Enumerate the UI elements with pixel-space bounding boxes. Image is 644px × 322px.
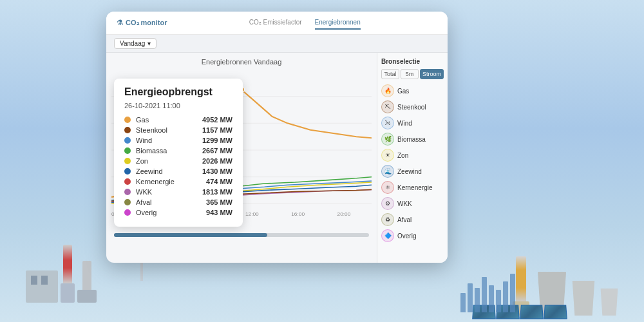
source-item[interactable]: 🌿 Biomassa: [381, 133, 444, 146]
tooltip-row: Biomassa 2667 MW: [124, 147, 232, 155]
source-label: Steenkool: [397, 104, 426, 111]
tooltip-dot: [124, 137, 131, 144]
tooltip-row: Gas 4952 MW: [124, 116, 232, 124]
tab-emissiefactor[interactable]: CO₂ Emissiefactor: [249, 16, 302, 30]
tooltip-dot: [124, 127, 131, 133]
side-tab-total[interactable]: Total: [381, 69, 399, 79]
time-slider[interactable]: [111, 233, 372, 237]
logo-icon: ⚗: [117, 19, 123, 27]
source-label: Zeewind: [397, 168, 422, 175]
tooltip-value: 1299 MW: [194, 137, 232, 144]
svg-text:16:00: 16:00: [291, 212, 305, 217]
source-item[interactable]: ♻ Afval: [381, 213, 444, 226]
tooltip-dot: [124, 158, 131, 164]
tooltip-row: Wind 1299 MW: [124, 137, 232, 144]
source-item[interactable]: 🔷 Overig: [381, 229, 444, 242]
source-label: WKK: [397, 200, 412, 207]
source-item[interactable]: ☀ Zon: [381, 149, 444, 162]
tooltip-dot: [124, 178, 131, 185]
source-label: Overig: [397, 232, 416, 240]
tooltip-label: Zeewind: [136, 167, 189, 175]
chevron-down-icon: ▾: [147, 40, 151, 47]
side-panel-tabs: Total 5m Stroom: [381, 69, 444, 79]
toolbar: Vandaag ▾: [106, 35, 448, 53]
source-icon: ⚙: [381, 197, 394, 210]
source-icon: 🌿: [381, 133, 394, 146]
side-tab-5m[interactable]: 5m: [401, 69, 419, 79]
tooltip-row: Zeewind 1430 MW: [124, 167, 232, 175]
source-item[interactable]: ⚛ Kernenergie: [381, 181, 444, 194]
source-item[interactable]: 🌬 Wind: [381, 117, 444, 129]
tooltip-row: Kernenergie 474 MW: [124, 178, 232, 185]
tooltip-label: Kernenergie: [136, 178, 189, 185]
side-tab-stroom[interactable]: Stroom: [420, 69, 444, 79]
app-tabs: CO₂ Emissiefactor Energiebronnen: [249, 16, 361, 30]
tooltip-value: 474 MW: [194, 178, 232, 185]
tooltip-value: 1430 MW: [194, 167, 232, 175]
source-label: Wind: [397, 120, 412, 127]
tooltip-value: 365 MW: [194, 198, 232, 206]
chart-title: Energiebronnen Vandaag: [111, 58, 372, 66]
source-label: Biomassa: [397, 136, 426, 143]
svg-text:12:00: 12:00: [245, 212, 259, 217]
tooltip-popup: Energieopbrengst 26-10-2021 11:00 Gas 49…: [114, 79, 243, 227]
tooltip-label: Overig: [136, 209, 189, 216]
tooltip-label: Afval: [136, 198, 189, 206]
source-item[interactable]: ⛏ Steenkool: [381, 100, 444, 113]
source-icon: 🔥: [381, 84, 394, 97]
tooltip-dot: [124, 117, 131, 123]
tooltip-row: Overig 943 MW: [124, 209, 232, 216]
source-icon: ☀: [381, 149, 394, 162]
bar-decoration: [460, 274, 515, 312]
tooltip-dot: [124, 168, 131, 175]
tooltip-row: Zon 2026 MW: [124, 157, 232, 165]
tooltip-value: 2667 MW: [194, 147, 232, 155]
svg-text:20:00: 20:00: [337, 212, 351, 217]
tooltip-row: Steenkool 1157 MW: [124, 126, 232, 134]
source-label: Kernenergie: [397, 184, 432, 191]
sources-list: 🔥 Gas ⛏ Steenkool 🌬 Wind 🌿 Biomassa ☀ Zo…: [381, 84, 444, 242]
source-item[interactable]: ⚙ WKK: [381, 197, 444, 210]
tooltip-row: WKK 1813 MW: [124, 188, 232, 196]
source-item[interactable]: 🌊 Zeewind: [381, 165, 444, 178]
tooltip-label: Steenkool: [136, 126, 189, 134]
source-label: Zon: [397, 152, 408, 159]
tooltip-date: 26-10-2021 11:00: [124, 102, 232, 109]
tooltip-label: Biomassa: [136, 147, 189, 155]
source-icon: ♻: [381, 213, 394, 226]
tooltip-value: 943 MW: [194, 209, 232, 216]
tab-energiebronnen[interactable]: Energiebronnen: [315, 16, 361, 30]
tooltip-title: Energieopbrengst: [124, 86, 232, 98]
source-icon: ⛏: [381, 100, 394, 113]
tooltip-label: Zon: [136, 157, 189, 165]
tooltip-dot: [124, 209, 131, 216]
tooltip-label: WKK: [136, 188, 189, 196]
tooltip-dot: [124, 189, 131, 195]
source-label: Gas: [397, 88, 409, 95]
side-panel-title: Bronselectie: [381, 58, 444, 65]
tooltip-row: Afval 365 MW: [124, 198, 232, 206]
source-icon: 🌊: [381, 165, 394, 178]
tooltip-rows: Gas 4952 MW Steenkool 1157 MW Wind 1299 …: [124, 116, 232, 216]
titlebar: ⚗ CO₂ monitor CO₂ Emissiefactor Energieb…: [106, 12, 448, 35]
source-icon: ⚛: [381, 181, 394, 194]
tooltip-dot: [124, 199, 131, 205]
app-title: CO₂ monitor: [126, 19, 167, 27]
app-body: Energiebronnen Vandaag: [106, 53, 448, 263]
app-logo: ⚗ CO₂ monitor: [117, 19, 167, 27]
app-window: ⚗ CO₂ monitor CO₂ Emissiefactor Energieb…: [106, 12, 448, 263]
tooltip-label: Wind: [136, 137, 189, 144]
source-item[interactable]: 🔥 Gas: [381, 84, 444, 97]
date-dropdown[interactable]: Vandaag ▾: [114, 38, 156, 49]
tooltip-value: 1157 MW: [194, 126, 232, 134]
tooltip-value: 1813 MW: [194, 188, 232, 196]
tooltip-value: 4952 MW: [194, 116, 232, 124]
source-icon: 🌬: [381, 117, 394, 129]
source-icon: 🔷: [381, 229, 394, 242]
source-label: Afval: [397, 216, 412, 223]
tooltip-dot: [124, 147, 131, 154]
factory-left: [26, 245, 97, 303]
chart-area: Energiebronnen Vandaag: [106, 53, 377, 263]
tooltip-value: 2026 MW: [194, 157, 232, 165]
side-panel: Bronselectie Total 5m Stroom 🔥 Gas ⛏ Ste…: [377, 53, 448, 263]
